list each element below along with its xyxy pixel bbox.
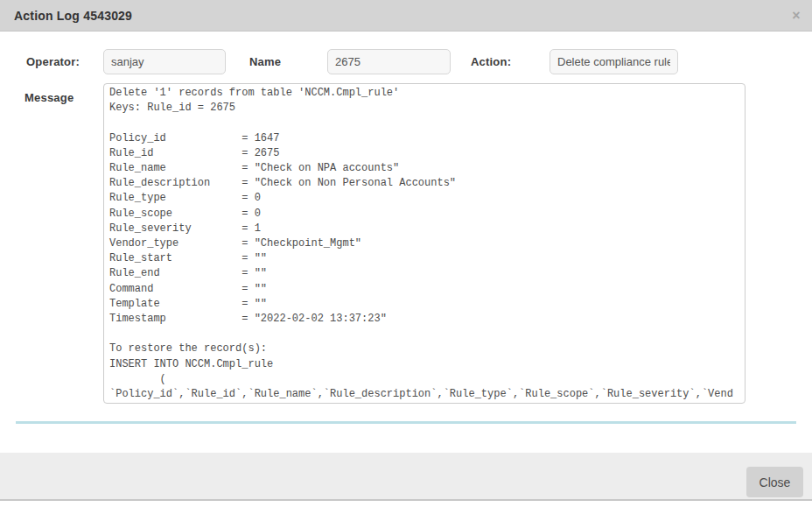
operator-label: Operator: <box>26 55 80 68</box>
divider <box>16 421 796 424</box>
action-log-dialog: Action Log 4543029 × Operator: Name Acti… <box>0 0 812 507</box>
close-icon[interactable]: × <box>787 0 806 31</box>
message-textarea[interactable]: Delete '1' records from table 'NCCM.Cmpl… <box>103 83 746 404</box>
close-button[interactable]: Close <box>746 467 803 497</box>
name-label: Name <box>249 55 281 68</box>
action-input[interactable] <box>550 49 678 74</box>
action-label: Action: <box>471 55 511 68</box>
operator-input[interactable] <box>103 49 226 74</box>
dialog-footer: Close <box>0 453 812 501</box>
dialog-header: Action Log 4543029 × <box>0 0 812 32</box>
message-label: Message <box>24 91 74 104</box>
dialog-title: Action Log 4543029 <box>14 0 132 32</box>
name-input[interactable] <box>327 49 451 74</box>
